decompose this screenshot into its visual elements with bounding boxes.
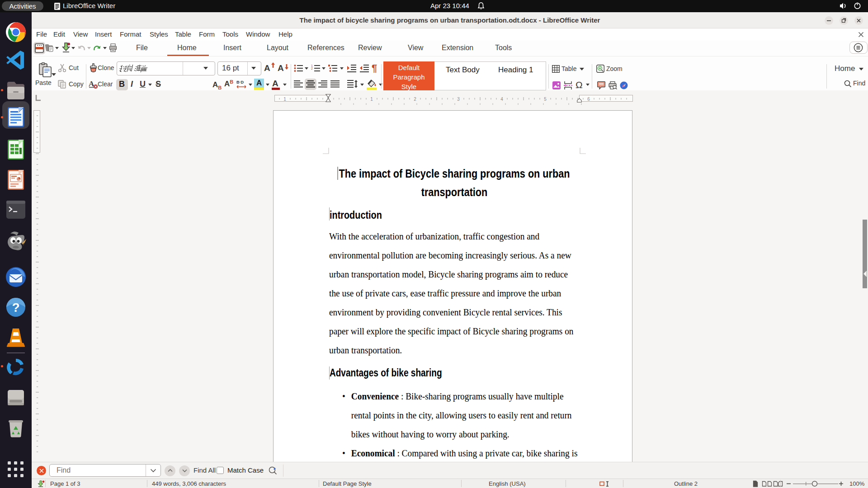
svg-text:1: 1 bbox=[370, 97, 373, 102]
svg-text:3: 3 bbox=[457, 97, 460, 102]
svg-text:5: 5 bbox=[544, 97, 547, 102]
svg-text:1: 1 bbox=[283, 97, 286, 102]
svg-text:4: 4 bbox=[500, 97, 503, 102]
svg-text:?: ? bbox=[12, 300, 19, 314]
svg-text:6: 6 bbox=[587, 97, 590, 102]
svg-text:B·D: B·D bbox=[236, 80, 244, 84]
svg-text:2: 2 bbox=[414, 97, 416, 102]
svg-text:2: 2 bbox=[311, 67, 313, 70]
